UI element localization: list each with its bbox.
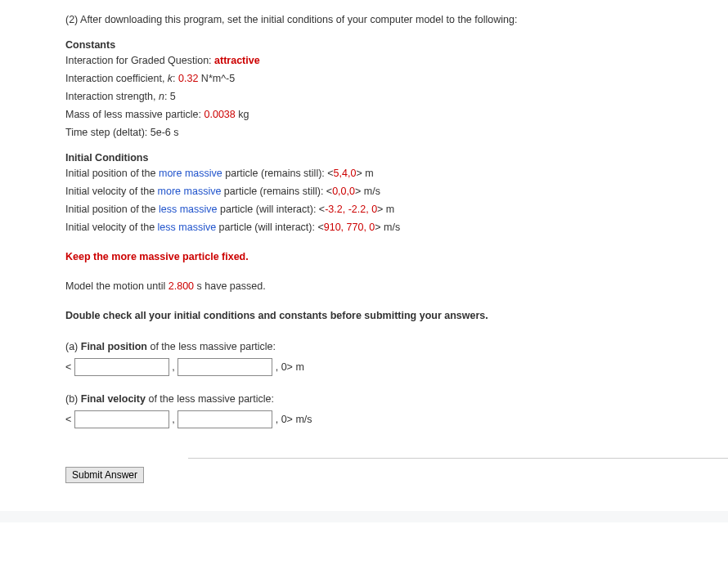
text: of the less massive particle:	[147, 341, 276, 352]
more-massive: more massive	[159, 168, 222, 179]
text: Model the motion until	[65, 280, 169, 292]
text: particle (remains still): <	[221, 186, 332, 197]
question-body: (2) After downloading this program, set …	[0, 0, 728, 483]
timestep-line: Time step (deltat): 5e-6 s	[65, 124, 728, 141]
mass-value: 0.0038	[204, 109, 236, 120]
close-bracket: , 0> m/s	[276, 414, 312, 425]
interaction-label: Interaction for Graded Question:	[65, 55, 214, 66]
strength-symbol: n	[159, 91, 164, 102]
text: particle (remains still): <	[222, 168, 334, 179]
coeff-label-pre: Interaction coefficient,	[65, 73, 168, 84]
double-check-note: Double check all your initial conditions…	[65, 307, 728, 324]
text: (a)	[65, 341, 81, 352]
open-bracket: <	[65, 414, 71, 425]
text: Initial velocity of the	[65, 186, 158, 197]
coeff-line: Interaction coefficient, k: 0.32 N*m^-5	[65, 70, 728, 87]
part-b-x-input[interactable]	[74, 410, 169, 428]
comma: ,	[172, 414, 178, 425]
part-b: (b) Final velocity of the less massive p…	[65, 391, 728, 428]
text: particle (will interact): <	[218, 204, 326, 215]
init-pos-more: Initial position of the more massive par…	[65, 165, 728, 181]
comma: ,	[172, 361, 178, 373]
text: Final position	[81, 341, 147, 352]
text: (b)	[65, 393, 81, 405]
init-vel-more: Initial velocity of the more massive par…	[65, 183, 728, 199]
keep-fixed-note: Keep the more massive particle fixed.	[65, 249, 728, 265]
mass-label: Mass of less massive particle:	[65, 109, 204, 120]
strength-label-post: : 5	[164, 91, 176, 102]
text: Initial position of the	[65, 204, 159, 215]
text: particle (will interact): <	[216, 222, 324, 233]
init-vel-less: Initial velocity of the less massive par…	[65, 219, 728, 235]
interaction-line: Interaction for Graded Question: attract…	[65, 52, 728, 69]
part-b-label: (b) Final velocity of the less massive p…	[65, 391, 728, 407]
strength-line: Interaction strength, n: 5	[65, 88, 728, 105]
model-time: 2.800	[169, 280, 194, 292]
value: 910, 770, 0	[324, 222, 375, 233]
init-pos-less: Initial position of the less massive par…	[65, 201, 728, 217]
value: -3.2, -2.2, 0	[325, 204, 377, 215]
text: > m	[356, 168, 373, 179]
text: > m	[377, 204, 394, 215]
part-a-y-input[interactable]	[178, 358, 272, 376]
intro-text: (2) After downloading this program, set …	[65, 11, 728, 28]
text: > m/s	[375, 222, 400, 233]
part-b-answer: < , , 0> m/s	[65, 410, 728, 428]
part-a-x-input[interactable]	[74, 358, 169, 376]
less-massive: less massive	[159, 204, 218, 215]
text: s have passed.	[194, 280, 266, 292]
coeff-value: 0.32	[178, 73, 198, 84]
part-a: (a) Final position of the less massive p…	[65, 338, 728, 376]
mass-line: Mass of less massive particle: 0.0038 kg	[65, 106, 728, 123]
interaction-value: attractive	[214, 55, 260, 66]
mass-unit: kg	[236, 109, 249, 120]
strength-label-pre: Interaction strength,	[65, 91, 159, 102]
text: of the less massive particle:	[146, 393, 274, 405]
more-massive: more massive	[158, 186, 222, 197]
separator-wrap: Submit Answer	[65, 458, 728, 483]
text: Initial velocity of the	[65, 222, 158, 233]
less-massive: less massive	[158, 222, 217, 233]
text: > m/s	[355, 186, 380, 197]
open-bracket: <	[65, 361, 71, 373]
footer-strip	[0, 511, 728, 522]
separator	[188, 458, 728, 459]
part-a-answer: < , , 0> m	[65, 358, 728, 376]
constants-heading: Constants	[65, 39, 728, 51]
initial-heading: Initial Conditions	[65, 152, 728, 164]
text: Final velocity	[81, 393, 146, 405]
value: 5,4,0	[334, 168, 357, 179]
close-bracket: , 0> m	[276, 361, 304, 373]
coeff-unit: N*m^-5	[198, 73, 235, 84]
text: Initial position of the	[65, 168, 159, 179]
coeff-colon: :	[173, 73, 178, 84]
submit-button[interactable]: Submit Answer	[65, 467, 144, 483]
model-line: Model the motion until 2.800 s have pass…	[65, 278, 728, 294]
value: 0,0,0	[332, 186, 355, 197]
part-a-label: (a) Final position of the less massive p…	[65, 338, 728, 355]
part-b-y-input[interactable]	[178, 410, 272, 428]
